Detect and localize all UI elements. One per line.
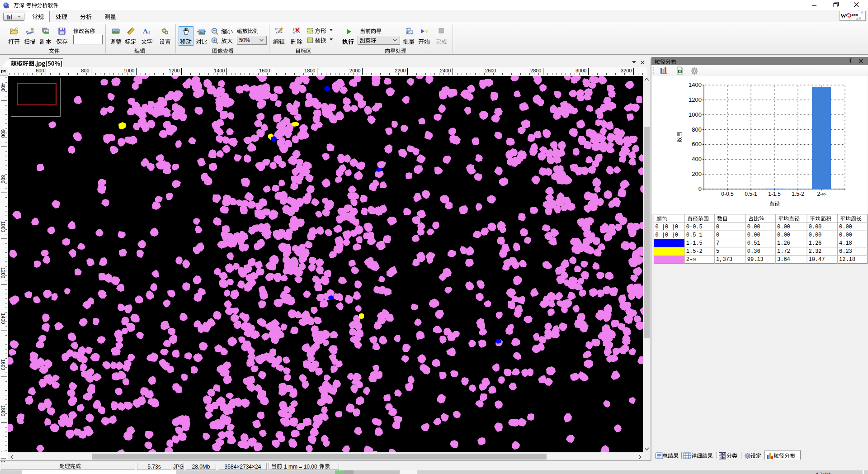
svg-text:12: 12	[409, 31, 413, 34]
svg-text:a: a	[147, 28, 150, 35]
